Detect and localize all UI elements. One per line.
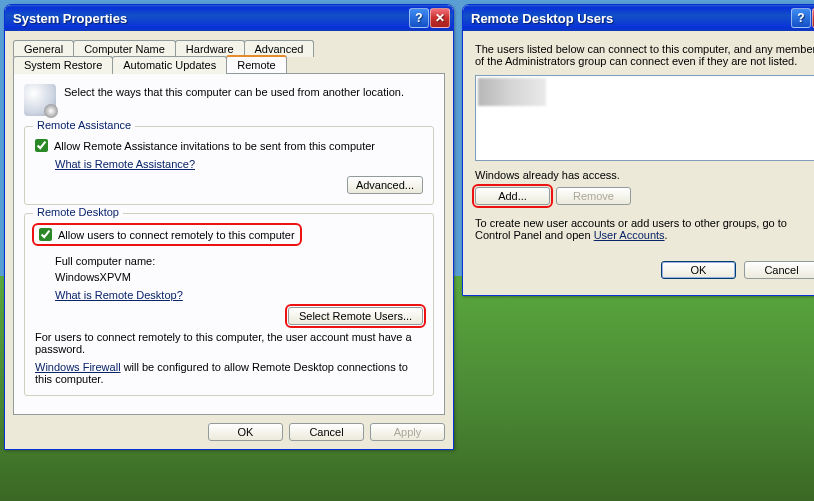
rd-allow-checkbox-row[interactable]: Allow users to connect remotely to this … bbox=[35, 226, 299, 243]
rdu-cancel-button[interactable]: Cancel bbox=[744, 261, 814, 279]
close-button[interactable]: ✕ bbox=[430, 8, 450, 28]
ok-button[interactable]: OK bbox=[208, 423, 283, 441]
remote-icon bbox=[24, 84, 56, 116]
select-remote-users-button[interactable]: Select Remote Users... bbox=[288, 307, 423, 325]
rd-password-note: For users to connect remotely to this co… bbox=[35, 331, 423, 355]
ra-advanced-button[interactable]: Advanced... bbox=[347, 176, 423, 194]
rdu-intro: The users listed below can connect to th… bbox=[475, 43, 814, 67]
remote-desktop-users-window: Remote Desktop Users ? ✕ The users liste… bbox=[462, 4, 814, 296]
rd-firewall-note: Windows Firewall will be configured to a… bbox=[35, 361, 423, 385]
rdu-titlebar[interactable]: Remote Desktop Users ? ✕ bbox=[463, 5, 814, 31]
add-button[interactable]: Add... bbox=[475, 187, 550, 205]
help-button[interactable]: ? bbox=[409, 8, 429, 28]
windows-firewall-link[interactable]: Windows Firewall bbox=[35, 361, 121, 373]
remove-button[interactable]: Remove bbox=[556, 187, 631, 205]
ra-allow-checkbox-row[interactable]: Allow Remote Assistance invitations to b… bbox=[35, 139, 423, 152]
rdu-help-button[interactable]: ? bbox=[791, 8, 811, 28]
tab-remote[interactable]: Remote bbox=[226, 55, 287, 73]
rdu-list-item[interactable] bbox=[478, 78, 546, 106]
window-title: System Properties bbox=[13, 11, 409, 26]
tab-system-restore[interactable]: System Restore bbox=[13, 56, 113, 74]
rdu-hint-post: . bbox=[665, 229, 668, 241]
ra-allow-label: Allow Remote Assistance invitations to b… bbox=[54, 140, 375, 152]
tab-row-2: System Restore Automatic Updates Remote bbox=[13, 55, 445, 73]
intro-text: Select the ways that this computer can b… bbox=[64, 84, 404, 116]
rd-whatis-link[interactable]: What is Remote Desktop? bbox=[55, 289, 183, 301]
cancel-button[interactable]: Cancel bbox=[289, 423, 364, 441]
ra-whatis-link[interactable]: What is Remote Assistance? bbox=[55, 158, 195, 170]
rd-legend: Remote Desktop bbox=[33, 206, 123, 218]
rdu-client: The users listed below can connect to th… bbox=[463, 31, 814, 295]
remote-tab-panel: Select the ways that this computer can b… bbox=[13, 73, 445, 415]
ra-legend: Remote Assistance bbox=[33, 119, 135, 131]
remote-desktop-group: Remote Desktop Allow users to connect re… bbox=[24, 213, 434, 396]
apply-button[interactable]: Apply bbox=[370, 423, 445, 441]
rdu-hint: To create new user accounts or add users… bbox=[475, 217, 814, 241]
remote-assistance-group: Remote Assistance Allow Remote Assistanc… bbox=[24, 126, 434, 205]
titlebar[interactable]: System Properties ? ✕ bbox=[5, 5, 453, 31]
system-properties-window: System Properties ? ✕ General Computer N… bbox=[4, 4, 454, 450]
rd-allow-checkbox[interactable] bbox=[39, 228, 52, 241]
rd-fullname-label: Full computer name: bbox=[55, 255, 423, 267]
ra-allow-checkbox[interactable] bbox=[35, 139, 48, 152]
rdu-user-list[interactable] bbox=[475, 75, 814, 161]
tab-automatic-updates[interactable]: Automatic Updates bbox=[112, 56, 227, 74]
client-area: General Computer Name Hardware Advanced … bbox=[5, 31, 453, 449]
rd-fullname-value: WindowsXPVM bbox=[55, 271, 423, 283]
rdu-ok-button[interactable]: OK bbox=[661, 261, 736, 279]
rd-allow-label: Allow users to connect remotely to this … bbox=[58, 229, 295, 241]
tab-row-1: General Computer Name Hardware Advanced bbox=[13, 39, 445, 56]
rdu-access-text: Windows already has access. bbox=[475, 169, 814, 181]
rdu-window-title: Remote Desktop Users bbox=[471, 11, 791, 26]
user-accounts-link[interactable]: User Accounts bbox=[594, 229, 665, 241]
